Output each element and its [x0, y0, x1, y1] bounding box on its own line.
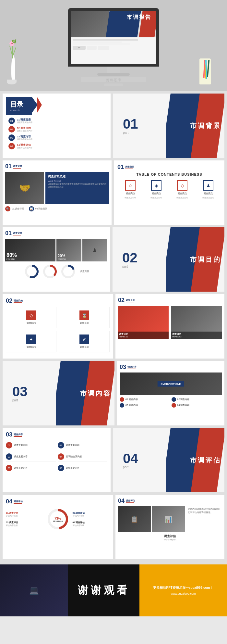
overview-item-3: 03.调查内容 [120, 403, 170, 408]
purpose-line [14, 302, 22, 303]
slide-part4: 04 part 市调评估 [113, 428, 224, 492]
toc-desc-1: 调查背景简述内容 [17, 121, 32, 124]
purpose-cells: ◇ 调查目的 ⌛ 调查目的 ✦ 调查目的 ✔ 调查目的 [6, 307, 110, 352]
part1-stripes: 市调背景 [160, 94, 224, 158]
toc-desc-4: 调查评估简述内容 [17, 147, 32, 149]
final-text-col: 评估内容详细描述文字内容说明文字评估内容详细描述。 [186, 506, 222, 532]
badge2-value: 20% [58, 254, 66, 258]
part3-stripes: 市调内容 [56, 361, 114, 425]
badge1-label: FOURTH [6, 258, 17, 260]
eval-line [14, 503, 22, 504]
eval-left-items: 01.调查评估 评估内容说明 03.调查评估 评估内容说明 [6, 511, 43, 527]
stats-right-label: 调查背景 [80, 270, 89, 273]
overview-item-4: 04.调查内容 [172, 403, 222, 408]
purpose-cell-3: ✦ 调查目的 [6, 331, 56, 352]
overview-header: 03 调查内容 [120, 364, 222, 371]
toc-label-2: 02.调查目的 [17, 126, 32, 130]
purpose-img2-caption: 调查目的 PHASE 02 [171, 332, 222, 339]
slide-row-2: 01 调查背景 🤝 调查背景概述 Work Report 调查背景描述文字内容调… [3, 160, 224, 225]
eval-label: 调查评估 [14, 500, 23, 503]
stats-img-3: ♟ [82, 239, 107, 261]
overview-item-label-3: 03.调查内容 [125, 404, 138, 407]
mc-text-5: 调查主要内容 [14, 466, 28, 470]
mc-grid: 01 调查主要内容 02 调查主要内容 03 调查主要内容 04 三.调查主要内… [6, 441, 107, 473]
overview-icon-3 [120, 403, 124, 408]
slide-main-content: 03 调查内容 01 调查主要内容 02 调查主要内容 03 调查主要内容 [3, 428, 111, 492]
final-caption-cn: 调查评估 [118, 534, 222, 538]
biz-icon-label-1: 调查亮点 [126, 192, 135, 195]
toc-num-3: 03 [8, 134, 15, 141]
mc-item-6: 06 调查主要内容 [58, 463, 108, 473]
mc-num: 03 [6, 431, 12, 438]
toc-num-1: 01 [8, 118, 15, 124]
eval-left-item-2: 03.调查评估 评估内容说明 [6, 521, 43, 527]
final-eval-num: 04 [118, 498, 125, 504]
purpose-img-1: 调查目的 PHASE 01 [118, 306, 169, 339]
stats-images-row: 80% FOURTH 20% FOURTH ♟ [5, 239, 107, 261]
hero-decor-vase: 🌸 🌿 [10, 55, 17, 84]
eval-right-item-2: 04.调查评估 评估内容说明 [73, 521, 110, 527]
toc-biz-icon-1: ☆ 调查亮点 调查亮点说明 [122, 180, 139, 199]
survey-sec-label: 调查背景 [13, 165, 22, 168]
handshake-icon: 🤝 [5, 172, 44, 204]
biz-icon-desc-4: 调查亮点说明 [199, 196, 217, 199]
slide-overview: 03 调查内容 OVERVIEW ONE 01.调查内容 02.调查内容 [117, 361, 224, 425]
hero-decor-pencils [199, 58, 211, 84]
eval-content: 01.调查评估 评估内容说明 03.调查评估 评估内容说明 [6, 507, 110, 531]
slide-toc[interactable]: 目录 contents 01 01.调查背景 调查背景简述内容 [3, 94, 111, 158]
stats-line [13, 235, 21, 235]
toc-item-2: 02 02.调查目的 调查目的简述内容 [8, 126, 105, 133]
toc-label-4: 04.调查评估 [17, 143, 32, 147]
eval-left-item-1: 01.调查评估 评估内容说明 [6, 511, 43, 518]
biz-icon-label-3: 调查亮点 [178, 192, 187, 195]
purpose-header: 02 调查目的 [6, 297, 110, 304]
eval-right-items: 02.调查评估 评估内容说明 04.调查评估 评估内容说明 [73, 511, 110, 527]
purpose-cell-1: ◇ 调查目的 [6, 307, 56, 328]
final-imgs-row: 📋 📊 评估内容详细描述文字内容说明文字评估内容详细描述。 [118, 506, 222, 532]
thankyou-laptop-icon: 💻 [29, 586, 39, 595]
slide-final-eval: 04 调查评估 📋 📊 评估内容详细描述文字内容说明文字评估内容详细描述。 调 [115, 495, 224, 559]
stats-img-1: 80% FOURTH [5, 239, 55, 261]
final-caption-area: 调查评估 Work Report [118, 534, 222, 541]
footer-item-1: 🔍 03.调查背景 [5, 206, 24, 211]
overview-main-img: OVERVIEW ONE [120, 373, 222, 395]
stats-img-2: 20% FOURTH [56, 239, 81, 261]
mc-item-4: 04 三.调查主要内容 [58, 452, 108, 461]
overview-label: 调查内容 [127, 365, 137, 369]
final-img-2: 📊 [152, 506, 185, 532]
thankyou-cn-text: 谢谢观看 [78, 583, 130, 598]
donut-chart-1 [24, 263, 40, 280]
biz-icon-desc-1: 调查亮点说明 [122, 196, 139, 199]
toc-desc-2: 调查目的简述内容 [17, 130, 32, 133]
mc-text-6: 调查主要内容 [66, 466, 79, 470]
overview-icon-4 [172, 403, 176, 408]
overview-img-caption: OVERVIEW ONE [157, 381, 184, 387]
survey-subtitle: Work Report [48, 180, 106, 182]
purpose-imgs-header: 02 调查目的 [118, 297, 222, 304]
slide-part1: 01 part 市调背景 [113, 94, 224, 158]
final-img2-icon: 📊 [152, 506, 185, 532]
survey-handshake-img: 🤝 [5, 172, 44, 204]
slide-row-5: 03 part 市调内容 03 调查内容 OVERVIEW ONE [3, 361, 224, 425]
survey-footer: 🔍 03.调查背景 📊 02.调查背景 [5, 206, 109, 211]
biz-icon-label-4: 调查亮点 [204, 192, 213, 195]
purpose-cell-4: ✔ 调查目的 [59, 331, 110, 352]
survey-text-box: 调查背景概述 Work Report 调查背景描述文字内容调查背景描述文字内容调… [45, 172, 109, 204]
purpose-imgs-num: 02 [118, 297, 125, 304]
toc-item-1: 01 01.调查背景 调查背景简述内容 [8, 118, 105, 124]
survey-content-row: 🤝 调查背景概述 Work Report 调查背景描述文字内容调查背景描述文字内… [5, 172, 109, 204]
mc-icon-1: 01 [6, 442, 12, 448]
mc-item-3: 03 调查主要内容 [6, 452, 56, 461]
purpose-imgs-label: 调查目的 [126, 298, 135, 302]
monitor-stand [107, 67, 120, 73]
mc-item-5: 05 调查主要内容 [6, 463, 56, 473]
mc-item-2: 02 调查主要内容 [58, 441, 108, 450]
mc-label: 调查内容 [14, 433, 23, 436]
thankyou-promo-text: 更多精品PPT资源尽在—sucai999.com！ [153, 586, 213, 590]
purpose-imgs-line [126, 302, 134, 302]
final-img1-icon: 📋 [118, 506, 151, 532]
toc-num-4: 04 [8, 143, 15, 149]
mc-icon-4: 04 [58, 453, 64, 460]
toc-biz-icon-3: ◇ 调查亮点 调查亮点说明 [173, 180, 191, 199]
mc-text-2: 调查主要内容 [66, 444, 79, 447]
